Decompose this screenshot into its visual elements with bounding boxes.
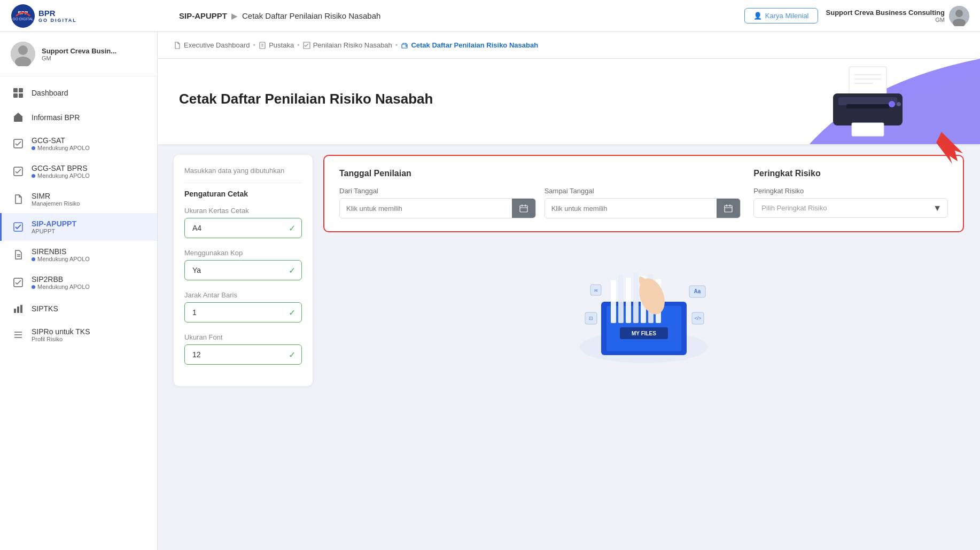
main-form-area: Masukkan data yang dibutuhkan Pengaturan…	[158, 144, 980, 397]
peringkat-select[interactable]: Pilih Peringkat Risiko Rendah Sedang Tin…	[753, 198, 948, 218]
svg-text:GO DIGITAL: GO DIGITAL	[12, 17, 34, 21]
dari-label: Dari Tanggal	[339, 187, 536, 195]
svg-rect-36	[849, 67, 886, 96]
svg-text:</>: </>	[694, 316, 701, 321]
logo-go: GO DIGITAL	[38, 18, 77, 23]
section-hint: Masukkan data yang dibutuhkan	[184, 166, 302, 176]
sampai-calendar-button[interactable]	[717, 199, 740, 218]
sampai-tanggal-group: Sampai Tanggal	[545, 187, 741, 218]
dot-icon	[32, 146, 35, 150]
svg-text:✉: ✉	[594, 288, 597, 293]
sidebar-item-informasi-bpr[interactable]: Informasi BPR	[0, 105, 157, 130]
jarak-select-wrapper: 1 1.5 2 ✓	[184, 302, 302, 323]
bar-chart-icon	[12, 303, 24, 315]
sidebar-item-simr[interactable]: SIMR Manajemen Risiko	[0, 185, 157, 213]
sub-nav: Executive Dashboard • Pustaka • Penilaia…	[174, 41, 538, 49]
svg-rect-50	[725, 206, 732, 212]
person-icon: 👤	[753, 12, 762, 20]
svg-point-44	[897, 102, 901, 106]
logo-text: BPR GO DIGITAL	[38, 9, 77, 23]
subnav-cetak-daftar[interactable]: Cetak Daftar Penilaian Risiko Nasabah	[401, 41, 538, 49]
subnav-pustaka[interactable]: Pustaka	[259, 41, 294, 49]
subnav-penilaian-risiko[interactable]: Penilaian Risiko Nasabah	[303, 41, 392, 49]
dari-tanggal-group: Dari Tanggal	[339, 187, 536, 218]
logo-bpr: BPR	[38, 9, 77, 18]
svg-rect-17	[20, 119, 21, 122]
dari-input[interactable]	[340, 199, 512, 218]
breadcrumb-sep: ▶	[231, 11, 238, 21]
grid-icon	[12, 87, 24, 99]
jarak-select[interactable]: 1 1.5 2	[184, 302, 302, 323]
sidebar-item-label-sipro: SIPRo untuk TKS Profil Risiko	[32, 327, 90, 342]
calendar-icon-dari	[519, 204, 528, 213]
content-area: Executive Dashboard • Pustaka • Penilaia…	[158, 32, 980, 550]
kop-select[interactable]: Ya Tidak	[184, 260, 302, 280]
sidebar-item-sipro[interactable]: SIPRo untuk TKS Profil Risiko	[0, 321, 157, 349]
svg-rect-9	[13, 88, 18, 92]
dari-calendar-button[interactable]	[512, 199, 535, 218]
check-square-icon-gcgsatbprs	[12, 166, 24, 177]
svg-rect-41	[838, 97, 897, 105]
breadcrumb-current: Cetak Daftar Penilaian Risiko Nasabah	[242, 11, 380, 20]
kertas-select[interactable]: A4 A3 Legal Letter	[184, 218, 302, 238]
sidebar-item-gcg-sat-bprs[interactable]: GCG-SAT BPRS Mendukung APOLO	[0, 158, 157, 185]
dari-input-wrapper	[339, 198, 536, 218]
svg-rect-24	[14, 309, 16, 313]
svg-point-4	[955, 10, 963, 17]
sampai-input[interactable]	[545, 199, 717, 218]
svg-marker-14	[13, 113, 23, 117]
sidebar-item-label-sipapuppt: SIP-APUPPT APUPPT	[32, 219, 76, 234]
sidebar-item-label-gcgsatbprs: GCG-SAT BPRS Mendukung APOLO	[32, 164, 90, 179]
files-illustration: MY FILES ⊡ </> ✉	[564, 248, 724, 366]
sep2: •	[297, 41, 300, 49]
sidebar-item-sip-apuppt[interactable]: SIP-APUPPT APUPPT	[0, 213, 157, 241]
subnav-pustaka-label: Pustaka	[269, 41, 294, 49]
kop-field: Menggunakan Kop Ya Tidak ✓	[184, 249, 302, 280]
font-select[interactable]: 10 11 12 14	[184, 344, 302, 365]
svg-rect-26	[20, 305, 22, 313]
sidebar-item-sirenbis[interactable]: SIRENBIS Mendukung APOLO	[0, 241, 157, 269]
sidebar-item-gcg-sat[interactable]: GCG-SAT Mendukung APOLO	[0, 130, 157, 158]
logo: BPR GO DIGITAL BPR GO DIGITAL	[11, 4, 77, 28]
book-icon	[259, 42, 266, 49]
check-box-icon	[303, 42, 310, 49]
sidebar-item-label-sip2rbb: SIP2RBB Mendukung APOLO	[32, 275, 90, 290]
peringkat-risiko-section: Peringkat Risiko Peringkat Risiko Pilih …	[753, 169, 948, 218]
header-right: 👤 Karya Milenial Support Creva Business …	[744, 6, 969, 26]
dot-icon-3	[32, 257, 35, 261]
header-breadcrumb: SIP-APUPPT ▶ Cetak Daftar Penilaian Risi…	[168, 11, 744, 21]
page-header-section: Cetak Daftar Penilaian Risiko Nasabah	[158, 59, 980, 144]
sidebar-user-role: GM	[42, 55, 116, 61]
right-panel: Tanggal Penilaian Dari Tanggal	[323, 155, 964, 386]
svg-rect-60	[633, 272, 639, 323]
karya-milenial-button[interactable]: 👤 Karya Milenial	[744, 8, 818, 23]
tanggal-title: Tanggal Penilaian	[339, 169, 741, 178]
svg-rect-30	[260, 42, 265, 49]
sidebar-item-siptks[interactable]: SIPTKS	[0, 296, 157, 321]
list-icon	[12, 329, 24, 341]
svg-rect-16	[18, 119, 19, 122]
file-text-icon	[12, 249, 24, 261]
file-icon-simr	[12, 193, 24, 205]
sampai-input-wrapper	[545, 198, 741, 218]
avatar	[949, 6, 969, 26]
subnav-executive-label: Executive Dashboard	[184, 41, 250, 49]
filter-box: Tanggal Penilaian Dari Tanggal	[323, 155, 964, 232]
font-field: Ukuran Font 10 11 12 14 ✓	[184, 333, 302, 365]
filter-grid: Tanggal Penilaian Dari Tanggal	[339, 169, 948, 218]
svg-rect-12	[19, 93, 23, 98]
logo-area: BPR GO DIGITAL BPR GO DIGITAL	[11, 4, 168, 28]
sidebar-item-dashboard[interactable]: Dashboard	[0, 81, 157, 105]
check-icon-sip	[12, 221, 24, 233]
left-panel-card: Masukkan data yang dibutuhkan Pengaturan…	[174, 155, 313, 386]
svg-rect-58	[618, 275, 624, 323]
sidebar-item-sip2rbb[interactable]: SIP2RBB Mendukung APOLO	[0, 269, 157, 296]
sidebar-user-info: Support Creva Busin... GM	[42, 47, 116, 61]
svg-point-7	[18, 45, 28, 55]
jarak-field: Jarak Antar Baris 1 1.5 2 ✓	[184, 291, 302, 323]
font-select-wrapper: 10 11 12 14 ✓	[184, 344, 302, 365]
subnav-penilaian-label: Penilaian Risiko Nasabah	[313, 41, 392, 49]
breadcrumb-parent: SIP-APUPPT	[179, 11, 227, 20]
subnav-executive-dashboard[interactable]: Executive Dashboard	[174, 41, 250, 49]
check-square-icon-sip2rbb	[12, 277, 24, 288]
